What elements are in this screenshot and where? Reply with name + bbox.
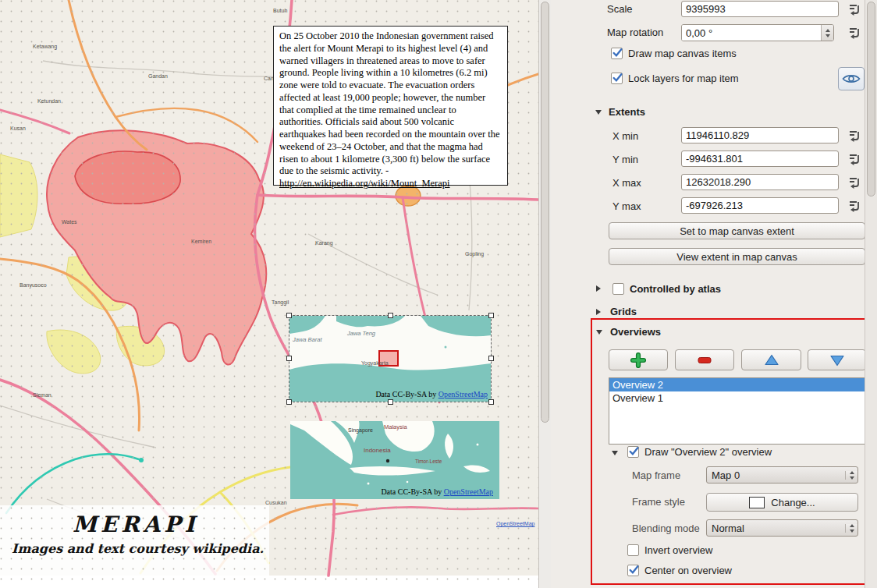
selection-handle[interactable]: [488, 313, 494, 318]
checkbox-draw-overview[interactable]: [627, 446, 639, 458]
eye-icon: [842, 73, 861, 85]
data-defined-override-button[interactable]: [845, 197, 864, 214]
overview-list-item-selected[interactable]: Overview 2: [609, 378, 865, 391]
arrow-up-icon: [764, 352, 779, 368]
extents-title: Extents: [609, 106, 645, 118]
collapse-triangle-icon[interactable]: [596, 309, 601, 315]
collapse-triangle-icon[interactable]: [595, 110, 602, 115]
overviews-title[interactable]: Overviews: [610, 326, 661, 338]
draw-canvas-items-label: Draw map canvas items: [628, 48, 737, 59]
checkbox-controlled-by-atlas[interactable]: [612, 283, 624, 295]
osm-corner-attribution: OpenStreetMap: [496, 521, 534, 526]
selection-handle[interactable]: [286, 313, 292, 318]
selection-handle[interactable]: [388, 399, 393, 405]
data-defined-override-button[interactable]: [845, 151, 864, 168]
data-defined-icon: [847, 152, 861, 166]
arrow-down-icon: [829, 352, 845, 368]
country-label: Timor-Leste: [415, 459, 442, 464]
draw-overview-label: Draw "Overview 2" overview: [644, 446, 772, 458]
data-defined-override-button[interactable]: [845, 1, 864, 18]
lock-layers-label: Lock layers for map item: [628, 73, 739, 84]
collapse-triangle-icon[interactable]: [612, 451, 618, 455]
ymax-label: Y max: [612, 200, 641, 212]
blending-mode-label: Blending mode: [632, 522, 700, 534]
data-defined-override-button[interactable]: [845, 127, 864, 144]
set-to-map-canvas-extent-button[interactable]: Set to map canvas extent: [609, 222, 865, 239]
map-frame-value: Map 0: [707, 469, 845, 481]
combo-arrows-icon: [845, 471, 857, 480]
panel-vertical-scrollbar[interactable]: [865, 0, 877, 588]
selection-handle[interactable]: [388, 313, 393, 318]
checkbox-draw-map-canvas-items[interactable]: [611, 48, 623, 59]
ymax-input[interactable]: [681, 197, 839, 214]
overview-map-1-item[interactable]: Jawa Barat Jawa Teng Yogyakarta Data CC-…: [289, 315, 492, 402]
overview-map-1: [289, 316, 491, 402]
move-overview-down-button[interactable]: [808, 349, 866, 370]
grids-title[interactable]: Grids: [610, 306, 637, 317]
location-dot: [386, 459, 389, 462]
ymin-input[interactable]: [681, 151, 839, 167]
selection-handle[interactable]: [286, 356, 292, 361]
rotation-spinbox[interactable]: [681, 24, 834, 41]
osm-link[interactable]: OpenStreetMap: [444, 487, 493, 496]
checkbox-center-on-overview[interactable]: [627, 565, 639, 576]
map-subtitle-label[interactable]: Images and text courtesy wikipedia.: [12, 541, 264, 556]
selection-handle[interactable]: [286, 399, 292, 405]
view-extent-in-map-canvas-button[interactable]: View extent in map canvas: [609, 248, 865, 265]
check-icon: [612, 72, 623, 83]
place-label: Ketundan: [37, 98, 61, 104]
map-title-label[interactable]: MERAPI: [73, 512, 198, 537]
collapse-triangle-icon[interactable]: [596, 330, 602, 335]
scrollbar-thumb[interactable]: [541, 2, 549, 423]
overview-list-item[interactable]: Overview 1: [609, 391, 865, 405]
data-defined-icon: [847, 2, 861, 16]
spinner-arrows-icon[interactable]: [821, 25, 833, 41]
place-label: Kemiren: [191, 239, 211, 244]
atlas-title[interactable]: Controlled by atlas: [630, 283, 721, 295]
data-defined-icon: [847, 175, 861, 190]
canvas-vertical-scrollbar[interactable]: [538, 0, 551, 588]
region-label: Jawa Teng: [347, 330, 375, 337]
scrollbar-thumb[interactable]: [867, 2, 875, 197]
set-layers-visibility-button[interactable]: [838, 67, 865, 90]
check-icon: [628, 564, 640, 576]
place-label: Karang: [315, 240, 333, 246]
move-overview-up-button[interactable]: [741, 349, 801, 370]
blending-mode-combo[interactable]: Normal: [706, 519, 858, 537]
change-button-label: Change...: [771, 497, 815, 508]
place-label: Gandan: [148, 73, 168, 79]
blending-mode-value: Normal: [707, 522, 845, 534]
place-label: Tanggil: [272, 299, 289, 305]
xmax-input[interactable]: [681, 174, 839, 190]
country-label: Malaysia: [384, 423, 407, 430]
xmin-input[interactable]: [681, 127, 839, 143]
osm-attribution: Data CC-By-SA by OpenStreetMap: [375, 390, 488, 398]
place-label: Banyusoco: [20, 282, 47, 288]
selection-handle[interactable]: [488, 356, 494, 361]
selection-handle[interactable]: [488, 399, 494, 405]
checkbox-lock-layers[interactable]: [611, 73, 623, 84]
data-defined-override-button[interactable]: [845, 24, 864, 41]
text-annotation-item[interactable]: On 25 October 2010 the Indonesian govern…: [273, 26, 508, 186]
add-overview-button[interactable]: [609, 349, 668, 370]
frame-style-change-button[interactable]: Change...: [706, 493, 858, 512]
place-label: Kusan: [10, 126, 26, 131]
rotation-input[interactable]: [682, 25, 821, 41]
remove-overview-button[interactable]: [675, 349, 734, 370]
collapse-triangle-icon[interactable]: [596, 285, 601, 292]
overviews-list[interactable]: Overview 2 Overview 1: [609, 377, 866, 445]
osm-link[interactable]: OpenStreetMap: [438, 390, 488, 398]
map-frame-combo[interactable]: Map 0: [706, 466, 858, 484]
scale-input[interactable]: [681, 1, 839, 17]
annotation-url: http://en.wikipedia.org/wiki/Mount_Merap…: [279, 178, 450, 189]
plus-icon: [630, 352, 646, 368]
qgis-composer-window: Butuh Ketawang Gandan Candran Ketundan K…: [0, 0, 877, 588]
extents-section-header[interactable]: Extents: [595, 106, 645, 118]
map-frame-label: Map frame: [632, 469, 680, 481]
composer-canvas[interactable]: Butuh Ketawang Gandan Candran Ketundan K…: [0, 0, 551, 588]
scale-label: Scale: [607, 3, 633, 15]
overview-map-2-item[interactable]: Singapore Malaysia Indonesia Timor-Leste…: [290, 421, 499, 499]
checkbox-invert-overview[interactable]: [627, 544, 639, 556]
data-defined-override-button[interactable]: [845, 174, 864, 191]
data-defined-icon: [847, 199, 861, 213]
